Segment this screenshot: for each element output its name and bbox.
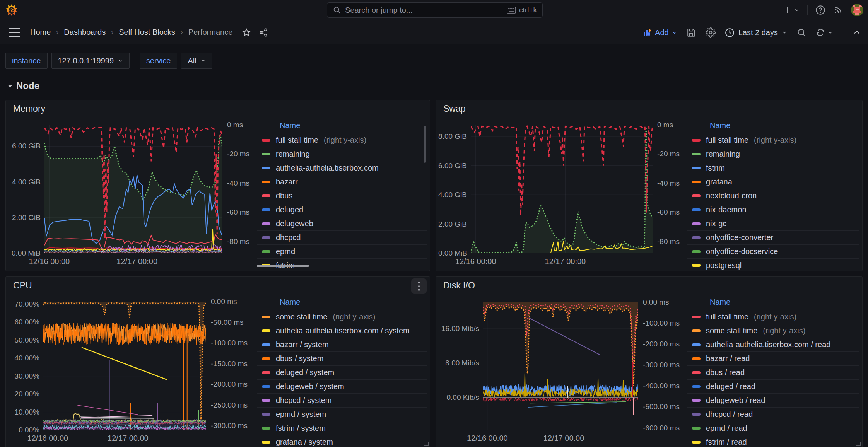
panel-title[interactable]: Memory (13, 104, 45, 114)
legend-item[interactable]: some stall time (right y-axis) (257, 310, 427, 324)
y-axis-label: -300.00 ms (643, 361, 680, 369)
legend-item[interactable]: dhcpcd (257, 231, 427, 245)
legend-item[interactable]: fstrim (687, 161, 859, 175)
legend-item[interactable]: deluged / read (687, 380, 859, 394)
series-label: fstrim / system (276, 424, 326, 433)
legend-item[interactable]: fstrim / system (257, 421, 427, 435)
star-icon[interactable] (242, 28, 251, 37)
panel-header[interactable]: Memory (6, 100, 430, 117)
legend-item[interactable]: nix-gc (687, 217, 859, 231)
collapse-toolbar-button[interactable] (852, 27, 862, 38)
legend-item[interactable]: authelia-authelia.tiserbox.com / system (257, 324, 427, 338)
series-label: remaining (706, 150, 740, 159)
legend-item[interactable]: nextcloud-cron (687, 189, 859, 203)
new-menu-button[interactable] (783, 5, 800, 15)
legend-item[interactable]: dbus (257, 189, 427, 203)
legend-item[interactable]: deluged / system (257, 366, 427, 380)
series-some-stall-time (483, 307, 638, 386)
panel-resize-handle[interactable] (856, 442, 861, 446)
dashboard-settings-button[interactable] (706, 27, 716, 38)
save-icon (686, 28, 696, 38)
panel-title[interactable]: Swap (443, 104, 466, 114)
plot-area[interactable] (483, 302, 638, 430)
breadcrumb-home[interactable]: Home (30, 28, 51, 37)
legend-column-header[interactable]: Name (687, 295, 859, 310)
refresh-button[interactable] (816, 27, 833, 38)
share-icon[interactable] (259, 28, 268, 37)
legend-item[interactable]: onlyoffice-docservice (687, 245, 859, 259)
panel-title[interactable]: Disk I/O (443, 280, 475, 291)
service-variable-select[interactable]: All (181, 53, 212, 69)
legend-item[interactable]: grafana / system (257, 435, 427, 447)
legend-item[interactable]: deluged (257, 203, 427, 217)
legend-item[interactable]: nix-daemon (687, 203, 859, 217)
legend-item[interactable]: some stall time (right y-axis) (687, 324, 859, 338)
plot-area[interactable] (44, 125, 222, 253)
series-axis-note: (right y-axis) (324, 136, 366, 145)
legend-item[interactable]: remaining (257, 147, 427, 161)
panel-resize-handle[interactable] (424, 442, 429, 446)
legend-item[interactable]: delugeweb (257, 217, 427, 231)
search-input[interactable] (345, 6, 503, 15)
legend-item[interactable]: bazarr (257, 175, 427, 189)
panel-menu-button[interactable] (411, 278, 427, 294)
legend-item[interactable]: authelia-authelia.tiserbox.com (257, 161, 427, 175)
legend-item[interactable]: bazarr / system (257, 338, 427, 352)
series-axis-note: (right y-axis) (763, 326, 805, 335)
legend-column-header[interactable]: Name (687, 118, 859, 133)
legend-item[interactable]: dhcpcd / read (687, 408, 859, 421)
legend-horizontal-scrollbar[interactable] (257, 265, 309, 267)
series-label: bazarr / read (706, 354, 750, 363)
breadcrumb-dashboards[interactable]: Dashboards (64, 28, 106, 37)
grafana-logo[interactable] (5, 4, 18, 16)
legend-item[interactable]: dbus / read (687, 366, 859, 380)
legend-item[interactable]: full stall time (right y-axis) (687, 310, 859, 324)
legend-item[interactable]: dhcpcd / system (257, 394, 427, 408)
legend-item[interactable]: full stall time (right y-axis) (687, 133, 859, 147)
plot-area[interactable] (43, 302, 206, 430)
legend-table: Namefull stall time (right y-axis)remain… (257, 118, 427, 271)
panel-header[interactable]: Swap (436, 100, 862, 117)
time-range-picker[interactable]: Last 2 days (725, 28, 787, 38)
row-title[interactable]: Node (16, 80, 39, 91)
legend-item[interactable]: epmd / read (687, 421, 859, 435)
row-node[interactable]: Node (7, 80, 39, 91)
legend-item[interactable]: authelia-authelia.tiserbox.com / read (687, 338, 859, 352)
legend-item[interactable]: remaining (687, 147, 859, 161)
series-color-pill (262, 167, 270, 169)
panel-header[interactable]: CPU (6, 277, 430, 294)
series-color-pill (692, 413, 701, 416)
y-axis-label: 0.00 MiB (438, 249, 467, 258)
legend-item[interactable]: epmd / system (257, 408, 427, 421)
news-button[interactable] (833, 5, 843, 15)
legend-item[interactable]: grafana (687, 175, 859, 189)
legend-item[interactable]: delugeweb / system (257, 380, 427, 394)
panel-title[interactable]: CPU (13, 280, 32, 291)
legend-item[interactable]: postgresql (687, 259, 859, 271)
search-bar[interactable]: ctrl+k (327, 2, 543, 18)
legend-vertical-scrollbar[interactable] (424, 126, 426, 163)
add-button[interactable]: Add (642, 28, 677, 37)
instance-variable-select[interactable]: 127.0.0.1:19999 (51, 53, 130, 69)
series-axis-note: (right y-axis) (754, 312, 796, 321)
legend-column-header[interactable]: Name (257, 295, 427, 310)
y-axis-label: -300.00 ms (211, 421, 248, 430)
plot-area[interactable] (471, 125, 653, 253)
chevron-down-icon (794, 7, 800, 13)
panel-header[interactable]: Disk I/O (436, 277, 862, 294)
legend-item[interactable]: epmd (257, 245, 427, 259)
help-button[interactable] (815, 5, 825, 15)
zoom-out-button[interactable] (796, 27, 806, 38)
user-avatar[interactable] (851, 4, 863, 16)
legend-item[interactable]: onlyoffice-converter (687, 231, 859, 245)
menu-toggle-button[interactable] (9, 28, 20, 37)
save-dashboard-button[interactable] (686, 27, 696, 38)
legend-item[interactable]: delugeweb / read (687, 394, 859, 408)
legend-item[interactable]: dbus / system (257, 352, 427, 366)
legend-item[interactable]: fstrim / read (687, 435, 859, 447)
legend-item[interactable]: full stall time (right y-axis) (257, 133, 427, 147)
series-color-pill (262, 371, 270, 374)
legend-item[interactable]: bazarr / read (687, 352, 859, 366)
legend-column-header[interactable]: Name (257, 118, 427, 133)
breadcrumb-folder[interactable]: Self Host Blocks (119, 28, 175, 37)
